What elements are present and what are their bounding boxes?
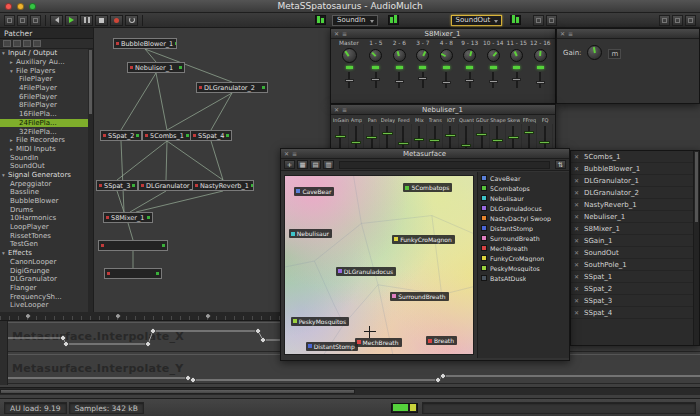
snapshot-list-item[interactable]: BatsAtDusk bbox=[478, 273, 569, 283]
contraption-list-item[interactable]: ✕SoundOut bbox=[571, 247, 699, 259]
contraption-list-item[interactable]: ✕NastyReverb_1 bbox=[571, 199, 699, 211]
palette-item[interactable]: DigiGrunge bbox=[0, 266, 88, 275]
remove-icon[interactable]: ✕ bbox=[574, 297, 581, 304]
palette-item[interactable]: LoopPlayer bbox=[0, 223, 88, 232]
contraption-list-item[interactable]: ✕SSpat_2 bbox=[571, 283, 699, 295]
contraption-list-item[interactable]: ✕SSpat_1 bbox=[571, 271, 699, 283]
channel-knob[interactable] bbox=[369, 49, 382, 62]
input-port[interactable] bbox=[193, 134, 196, 137]
close-icon[interactable]: ✕ bbox=[334, 107, 339, 113]
grid-view-button[interactable]: ▦ bbox=[297, 160, 308, 169]
sort-button[interactable]: ⇅ bbox=[555, 160, 566, 169]
gain-knob[interactable] bbox=[587, 45, 602, 60]
contraption-list-item[interactable]: ✕SouthPole_1 bbox=[571, 259, 699, 271]
mixer-titlebar[interactable]: ✕ ≡ S8Mixer_1 bbox=[331, 29, 555, 39]
palette-item[interactable]: FrequencySh... bbox=[0, 292, 88, 301]
patcher-node[interactable]: DLGranulator_1 bbox=[138, 180, 194, 191]
palette-item[interactable]: ▾Effects bbox=[0, 249, 88, 258]
snapshot-list-item[interactable]: DLGranuladocus bbox=[478, 203, 569, 213]
automation-panel-icon[interactable] bbox=[672, 15, 683, 26]
output-port[interactable] bbox=[175, 42, 177, 45]
palette-item[interactable]: Drums bbox=[0, 205, 88, 214]
remove-icon[interactable]: ✕ bbox=[574, 225, 581, 232]
snapshot-list-item[interactable]: DistantStomp bbox=[478, 223, 569, 233]
contraption-list-item[interactable]: ✕SSpat_3 bbox=[571, 295, 699, 307]
contraption-list-item[interactable]: ✕SSpat_4 bbox=[571, 307, 699, 319]
input-port[interactable] bbox=[130, 66, 133, 69]
remove-icon[interactable]: ✕ bbox=[574, 249, 581, 256]
remove-icon[interactable]: ✕ bbox=[574, 201, 581, 208]
mini-fader[interactable] bbox=[418, 72, 427, 88]
soundout-select[interactable]: SoundOut bbox=[451, 15, 503, 26]
remove-icon[interactable]: ✕ bbox=[574, 285, 581, 292]
palette-item[interactable]: ▾Signal Generators bbox=[0, 171, 88, 180]
input-port[interactable] bbox=[103, 134, 106, 137]
mini-fader[interactable] bbox=[371, 72, 380, 88]
channel-knob[interactable] bbox=[393, 49, 406, 62]
timeline-scrollbar[interactable] bbox=[0, 387, 700, 395]
menu-icon[interactable]: ≡ bbox=[568, 31, 573, 37]
palette-item[interactable]: CanonLooper bbox=[0, 258, 88, 267]
palette-item[interactable]: SoundOut bbox=[0, 162, 88, 171]
snapshot-marker[interactable]: DistantStomp bbox=[306, 342, 358, 351]
metasurface-titlebar[interactable]: ✕ ≡ Metasurface bbox=[281, 149, 569, 159]
snapshot-marker[interactable]: Breath bbox=[426, 336, 457, 345]
mini-fader[interactable] bbox=[489, 72, 498, 88]
snapshot-marker[interactable]: SurroundBreath bbox=[390, 292, 448, 301]
contraption-list-item[interactable]: ✕DLGranulator_1 bbox=[571, 175, 699, 187]
scrollbar-thumb[interactable] bbox=[0, 389, 355, 394]
channel-knob[interactable] bbox=[510, 49, 523, 62]
record-button[interactable] bbox=[110, 15, 123, 26]
patcher-node[interactable]: SSpat_4 bbox=[190, 130, 232, 141]
channel-knob[interactable] bbox=[487, 49, 500, 62]
channel-knob[interactable] bbox=[534, 49, 547, 62]
patcher-node[interactable]: SSpat_2 bbox=[100, 130, 142, 141]
snapshot-list-item[interactable]: FunkyCroMagnon bbox=[478, 253, 569, 263]
output-port[interactable] bbox=[156, 272, 159, 275]
input-port[interactable] bbox=[195, 184, 198, 187]
remove-icon[interactable]: ✕ bbox=[574, 309, 581, 316]
pause-button[interactable] bbox=[80, 15, 93, 26]
channel-knob[interactable] bbox=[416, 49, 429, 62]
minimize-window-button[interactable] bbox=[17, 3, 24, 10]
remove-icon[interactable]: ✕ bbox=[574, 213, 581, 220]
palette-item[interactable]: RissetTones bbox=[0, 231, 88, 240]
new-document-icon[interactable] bbox=[4, 15, 15, 26]
snapshot-list-item[interactable]: CaveBear bbox=[478, 173, 569, 183]
mixer-panel-icon[interactable] bbox=[659, 15, 670, 26]
patcher-node[interactable] bbox=[98, 240, 168, 251]
input-port[interactable] bbox=[199, 86, 202, 89]
palette-filter-icon[interactable] bbox=[3, 40, 11, 47]
mini-fader[interactable] bbox=[442, 72, 451, 88]
contraption-list-item[interactable]: ✕SGain_1 bbox=[571, 235, 699, 247]
rewind-button[interactable] bbox=[50, 15, 63, 26]
remove-icon[interactable]: ✕ bbox=[574, 153, 581, 160]
palette-item[interactable]: ▾File Players bbox=[0, 66, 88, 75]
palette-item[interactable]: LiveLooper bbox=[0, 301, 88, 310]
palette-scrollbar[interactable] bbox=[88, 49, 93, 312]
mute-toggle[interactable]: m bbox=[608, 49, 621, 59]
stop-button[interactable] bbox=[95, 15, 108, 26]
snapshot-marker[interactable]: 5Combatops bbox=[403, 183, 452, 192]
remove-icon[interactable]: ✕ bbox=[574, 177, 581, 184]
output-port[interactable] bbox=[136, 134, 139, 137]
save-document-icon[interactable] bbox=[30, 15, 41, 26]
channel-knob[interactable] bbox=[440, 49, 453, 62]
channel-knob[interactable] bbox=[463, 49, 476, 62]
soundin-select[interactable]: SoundIn bbox=[332, 15, 378, 26]
palette-item[interactable]: ▸File Recorders bbox=[0, 136, 88, 145]
dual-view-button[interactable]: ▥ bbox=[323, 160, 334, 169]
palette-item[interactable]: ▸Auxiliary Au... bbox=[0, 58, 88, 67]
close-icon[interactable]: ✕ bbox=[560, 31, 565, 37]
palette-view-icon[interactable] bbox=[33, 40, 41, 47]
patcher-node[interactable]: S8Mixer_1 bbox=[103, 212, 153, 223]
menu-icon[interactable]: ≡ bbox=[342, 107, 347, 113]
tap-tempo-icon[interactable] bbox=[546, 15, 557, 26]
mini-fader[interactable] bbox=[465, 72, 474, 88]
nebuliser-titlebar[interactable]: ✕ ≡ Nebuliser_1 bbox=[331, 105, 555, 115]
output-port[interactable] bbox=[132, 184, 135, 187]
palette-item-selected[interactable]: 24FilePla... bbox=[0, 119, 88, 128]
snapshot-marker[interactable]: MechBreath bbox=[355, 338, 402, 347]
contraption-list-item[interactable]: ✕5Combs_1 bbox=[571, 151, 699, 163]
loop-button[interactable] bbox=[125, 15, 138, 26]
